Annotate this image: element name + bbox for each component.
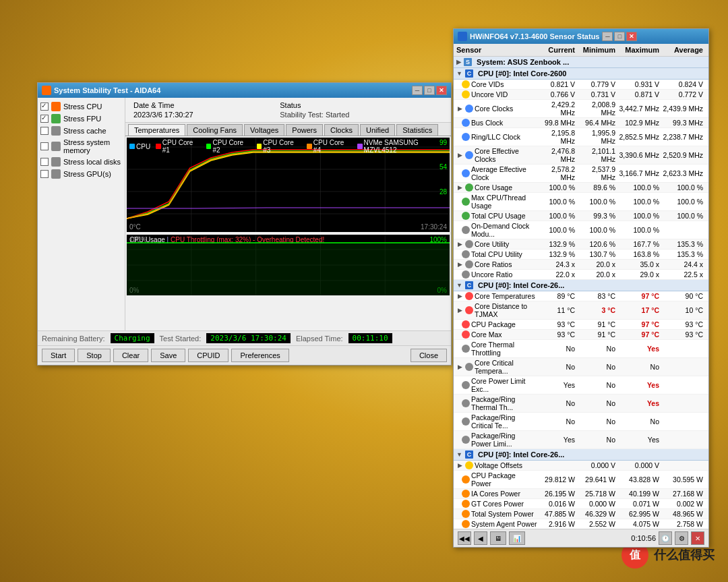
close-button[interactable]: Close: [411, 349, 447, 362]
uncore-vid-min: 0.731 V: [578, 90, 618, 98]
stress-disks-checkbox[interactable]: [40, 158, 49, 166]
chart-y-max: 99: [439, 139, 447, 146]
hwinfo64-scroll-area[interactable]: ▶ S System: ASUS Zenbook ... ▼ C CPU [#0…: [454, 57, 708, 529]
svg-rect-15: [127, 243, 450, 295]
hwinfo-close-icon[interactable]: ✕: [691, 531, 704, 545]
uncore-ratio-avg: 22.5 x: [662, 270, 706, 279]
core-usage-expand[interactable]: ▶: [458, 184, 462, 191]
core-usage-min: 89.6 %: [578, 183, 618, 192]
ia-cores-pwr-current: 26.195 W: [537, 490, 578, 498]
total-cpu-usage-min: 99.3 %: [578, 212, 618, 220]
start-button[interactable]: Start: [42, 349, 75, 362]
hwinfo64-minimize-button[interactable]: ─: [602, 32, 613, 41]
core-dist-expand[interactable]: ▶: [458, 307, 462, 314]
stress-cache-checkbox[interactable]: [40, 127, 49, 135]
stress-cpu-checkbox[interactable]: [40, 103, 49, 111]
core-clocks-current: 2,429.2 MHz: [537, 100, 578, 117]
core-usage-name: Core Usage: [475, 183, 512, 192]
core-temps-expand[interactable]: ▶: [458, 293, 462, 299]
aida64-minimize-button[interactable]: ─: [412, 86, 423, 95]
clear-button[interactable]: Clear: [113, 349, 148, 362]
table-row: Total CPU Utility 132.9 % 130.7 % 163.8 …: [454, 250, 708, 260]
core-utility-expand[interactable]: ▶: [458, 241, 462, 248]
stress-gpu-checkbox[interactable]: [40, 170, 49, 178]
tab-voltages[interactable]: Voltages: [244, 124, 284, 136]
sidebar-item-stress-memory[interactable]: Stress system memory: [40, 137, 122, 156]
section-cpu-main[interactable]: ▼ C CPU [#0]: Intel Core-2600: [454, 68, 708, 80]
hwinfo-screenshot-icon[interactable]: 🖥: [490, 531, 506, 545]
sys-agent-pwr-name: System Agent Power: [471, 520, 537, 528]
section-cpu-power[interactable]: ▼ C CPU [#0]: Intel Core-26...: [454, 449, 708, 461]
core-critical-expand[interactable]: ▶: [458, 363, 462, 370]
sidebar-item-stress-cache[interactable]: Stress cache: [40, 125, 122, 137]
core-power-limit-name: Core Power Limit Exc...: [471, 377, 537, 393]
aida64-close-button[interactable]: ✕: [436, 86, 447, 95]
ia-cores-pwr-icon: [462, 490, 470, 498]
aida64-titlebar[interactable]: System Stability Test - AIDA64 ─ □ ✕: [38, 83, 451, 98]
core-dist-current: 11 °C: [537, 306, 578, 314]
core-max-min: 91 °C: [578, 330, 618, 339]
section-system[interactable]: ▶ S System: ASUS Zenbook ...: [454, 57, 708, 68]
core-temps-max: 97 °C: [618, 292, 662, 300]
avg-eff-clock-current: 2,578.2 MHz: [537, 165, 578, 181]
core-dist-max: 17 °C: [618, 306, 662, 314]
stress-fpu-checkbox[interactable]: [40, 115, 49, 123]
core-max-avg: 93 °C: [662, 330, 706, 339]
save-button[interactable]: Save: [151, 349, 185, 362]
legend-nvme: NVMe SAMSUNG MZVL4512: [357, 139, 450, 154]
legend-core3: CPU Core #3: [257, 139, 302, 154]
stop-button[interactable]: Stop: [78, 349, 111, 362]
table-row: Core Thermal Throttling No No Yes: [454, 340, 708, 358]
section-cpu-temp[interactable]: ▼ C CPU [#0]: Intel Core-26...: [454, 280, 708, 291]
tab-powers[interactable]: Powers: [286, 124, 323, 136]
table-row: Package/Ring Power Limi... Yes No Yes: [454, 431, 708, 449]
hwinfo-chart-icon[interactable]: 📊: [509, 531, 525, 545]
stress-cpu-label: Stress CPU: [63, 103, 102, 111]
tab-statistics[interactable]: Statistics: [396, 124, 438, 136]
total-cpu-utility-max: 163.8 %: [618, 250, 662, 258]
legend-core3-dot: [257, 144, 262, 149]
max-cpu-usage-avg: 100.0 %: [662, 198, 706, 206]
preferences-button[interactable]: Preferences: [231, 349, 289, 362]
cpu-usage-chart: CPU Usage | CPU Throttling (max: 32%) - …: [127, 235, 450, 295]
sidebar-item-stress-fpu[interactable]: Stress FPU: [40, 113, 122, 125]
hwinfo-nav-prev[interactable]: ◀: [474, 531, 487, 545]
core-ratios-expand[interactable]: ▶: [458, 261, 462, 268]
core-critical-max: No: [618, 363, 662, 371]
pkg-ring-power-min: No: [578, 436, 618, 444]
sidebar-item-stress-disks[interactable]: Stress local disks: [40, 156, 122, 168]
ia-cores-pwr-max: 40.199 W: [618, 490, 662, 498]
tab-temperatures[interactable]: Temperatures: [128, 124, 185, 136]
stress-memory-checkbox[interactable]: [40, 142, 49, 150]
eff-clocks-expand[interactable]: ▶: [458, 152, 462, 158]
sidebar-item-stress-gpu[interactable]: Stress GPU(s): [40, 168, 122, 180]
hwinfo-settings-icon[interactable]: ⚙: [675, 531, 688, 545]
core-ratios-icon: [465, 260, 473, 268]
tab-clocks[interactable]: Clocks: [324, 124, 359, 136]
stress-fpu-label: Stress FPU: [63, 115, 101, 123]
hwinfo-clock-icon[interactable]: 🕐: [659, 531, 672, 545]
ring-clock-name: Ring/LLC Clock: [471, 133, 520, 141]
table-row: Core VIDs 0.821 V 0.779 V 0.931 V 0.824 …: [454, 80, 708, 90]
cpu-main-toggle: C: [465, 69, 473, 78]
stress-disks-icon: [51, 157, 61, 167]
total-cpu-usage-max: 100.0 %: [618, 212, 662, 220]
hwinfo64-close-button[interactable]: ✕: [626, 32, 637, 41]
hwinfo64-titlebar[interactable]: HWiNFO64 v7.13-4600 Sensor Status ─ □ ✕: [454, 29, 708, 44]
table-row: ▶Core Ratios 24.3 x 20.0 x 35.0 x 24.4 x: [454, 260, 708, 270]
legend-nvme-dot: [357, 144, 363, 149]
sidebar-item-stress-cpu[interactable]: Stress CPU: [40, 100, 122, 113]
tab-cooling-fans[interactable]: Cooling Fans: [187, 124, 243, 136]
core-temps-current: 89 °C: [537, 292, 578, 300]
volt-offsets-expand[interactable]: ▶: [458, 462, 462, 469]
core-clocks-name: Core Clocks: [475, 105, 513, 113]
core-clocks-expand[interactable]: ▶: [458, 105, 462, 112]
hwinfo64-maximize-button[interactable]: □: [614, 32, 625, 41]
hwinfo-nav-prev-prev[interactable]: ◀◀: [458, 531, 471, 545]
tab-unified[interactable]: Unified: [360, 124, 395, 136]
table-row: ▶Core Critical Tempera... No No No: [454, 358, 708, 376]
legend-nvme-text: NVMe SAMSUNG MZVL4512: [364, 139, 450, 154]
cpuid-button[interactable]: CPUID: [188, 349, 229, 362]
stress-gpu-label: Stress GPU(s): [63, 170, 111, 178]
aida64-maximize-button[interactable]: □: [424, 86, 435, 95]
